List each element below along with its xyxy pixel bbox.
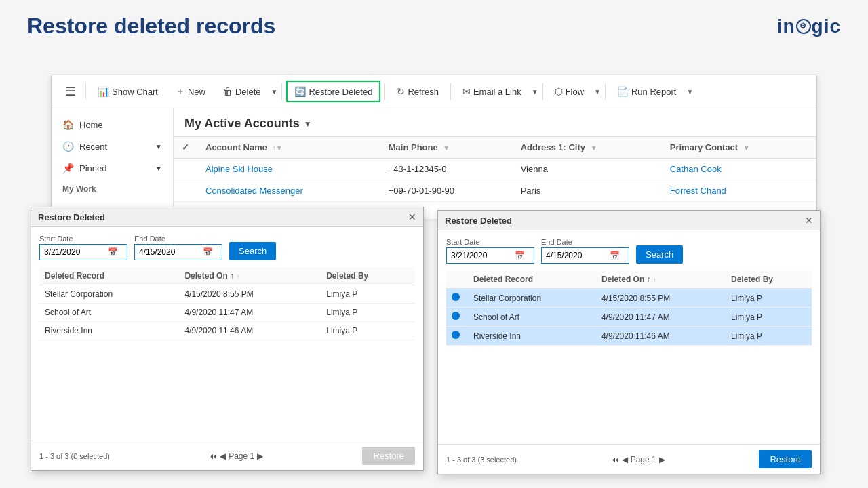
table-row: Consolidated Messenger +09-70-01-90-90 P… bbox=[174, 180, 816, 202]
col-primary-contact: Primary Contact ▼ bbox=[662, 137, 816, 159]
row-checkbox-2[interactable] bbox=[174, 180, 197, 202]
toolbar: ☰ 📊 Show Chart ＋ New 🗑 Delete ▼ 🔄 Restor… bbox=[52, 75, 816, 108]
contact-filter[interactable]: ▼ bbox=[743, 144, 750, 152]
show-chart-button[interactable]: 📊 Show Chart bbox=[90, 81, 165, 102]
pinned-chevron: ▼ bbox=[155, 165, 162, 172]
select-all-checkbox[interactable]: ✓ bbox=[174, 137, 197, 159]
end-date-value-right[interactable] bbox=[546, 251, 607, 260]
end-date-field-left: End Date 📅 bbox=[134, 235, 222, 260]
delete-label: Delete bbox=[235, 87, 261, 97]
run-report-button[interactable]: 📄 Run Report bbox=[610, 81, 684, 102]
restore-button-left[interactable]: Restore bbox=[362, 447, 415, 465]
deleted-header-right: Deleted Record Deleted On ↑ ↑ Deleted By bbox=[446, 270, 812, 289]
home-icon: 🏠 bbox=[62, 119, 74, 130]
hamburger-icon[interactable]: ☰ bbox=[60, 81, 81, 102]
deleted-on-right-2: 4/9/2020 11:47 AM bbox=[596, 308, 726, 327]
page-title: Restore deleted records bbox=[27, 14, 275, 39]
report-icon: 📄 bbox=[617, 86, 629, 97]
deleted-row-right-2[interactable]: School of Art 4/9/2020 11:47 AM Limiya P bbox=[446, 308, 812, 327]
col-main-phone: Main Phone ▼ bbox=[380, 137, 513, 159]
account-link-2[interactable]: Consolidated Messenger bbox=[205, 186, 303, 196]
deleted-row-left-3[interactable]: Riverside Inn 4/9/2020 11:46 AM Limiya P bbox=[39, 322, 415, 340]
refresh-button[interactable]: ↻ Refresh bbox=[389, 81, 446, 102]
page-label-left: Page 1 bbox=[229, 451, 254, 461]
phone-filter[interactable]: ▼ bbox=[443, 144, 450, 152]
search-button-right[interactable]: Search bbox=[636, 245, 683, 264]
sidebar-pinned-label: Pinned bbox=[79, 163, 106, 174]
contact-link-1[interactable]: Cathan Cook bbox=[670, 164, 722, 174]
start-date-label-left: Start Date bbox=[39, 235, 127, 243]
sidebar-item-home[interactable]: 🏠 Home bbox=[52, 114, 173, 136]
restore-button-right[interactable]: Restore bbox=[759, 450, 812, 468]
city-filter[interactable]: ▼ bbox=[591, 144, 597, 152]
list-title-arrow[interactable]: ▼ bbox=[304, 119, 312, 129]
deleted-row-left-2[interactable]: School of Art 4/9/2020 11:47 AM Limiya P bbox=[39, 304, 415, 322]
start-date-value-left[interactable] bbox=[44, 247, 105, 257]
sidebar-section-my-work: My Work bbox=[52, 179, 173, 197]
table-header-row: ✓ Account Name ↑▼ Main Phone ▼ Address 1… bbox=[174, 137, 816, 159]
delete-dropdown-arrow[interactable]: ▼ bbox=[271, 88, 278, 96]
deleted-table-left: Deleted Record Deleted On ↑ ↑ Deleted By… bbox=[39, 267, 415, 340]
report-dropdown-arrow[interactable]: ▼ bbox=[686, 88, 693, 96]
next-page-left[interactable]: ▶ bbox=[257, 451, 263, 461]
account-name-2: Consolidated Messenger bbox=[197, 180, 380, 202]
new-button[interactable]: ＋ New bbox=[168, 81, 213, 102]
row-checkbox-1[interactable] bbox=[174, 159, 197, 180]
delete-button[interactable]: 🗑 Delete bbox=[216, 81, 269, 102]
logo: in ⚙ gic bbox=[777, 16, 841, 37]
start-date-input-right[interactable]: 📅 bbox=[446, 247, 534, 264]
phone-2: +09-70-01-90-90 bbox=[380, 180, 513, 202]
first-page-right[interactable]: ⏮ bbox=[611, 455, 619, 464]
page-header: Restore deleted records in ⚙ gic bbox=[0, 0, 868, 45]
start-date-field-left: Start Date 📅 bbox=[39, 235, 127, 260]
flow-dropdown-arrow[interactable]: ▼ bbox=[594, 88, 601, 96]
main-content: My Active Accounts ▼ ✓ Account Name ↑▼ M… bbox=[174, 108, 816, 219]
deleted-row-right-3[interactable]: Riverside Inn 4/9/2020 11:46 AM Limiya P bbox=[446, 327, 812, 346]
accounts-table: ✓ Account Name ↑▼ Main Phone ▼ Address 1… bbox=[174, 137, 816, 202]
end-cal-icon-right[interactable]: 📅 bbox=[610, 251, 620, 260]
dialog-left-close[interactable]: ✕ bbox=[408, 211, 416, 222]
account-link-1[interactable]: Alpine Ski House bbox=[205, 164, 273, 174]
next-page-right[interactable]: ▶ bbox=[659, 455, 665, 464]
contact-link-2[interactable]: Forrest Chand bbox=[670, 186, 726, 196]
indicator-right-1 bbox=[446, 289, 468, 308]
dialog-left-titlebar: Restore Deleted ✕ bbox=[31, 207, 423, 227]
dialog-right-close[interactable]: ✕ bbox=[805, 215, 813, 226]
sidebar-item-pinned[interactable]: 📌 Pinned ▼ bbox=[52, 157, 173, 179]
start-date-input-left[interactable]: 📅 bbox=[39, 244, 127, 260]
start-cal-icon-left[interactable]: 📅 bbox=[108, 247, 118, 257]
deleted-row-left-1[interactable]: Stellar Corporation 4/15/2020 8:55 PM Li… bbox=[39, 285, 415, 304]
sidebar-item-recent[interactable]: 🕐 Recent ▼ bbox=[52, 136, 173, 157]
dialog-right-body: Start Date 📅 End Date 📅 Search bbox=[438, 230, 820, 352]
email-dropdown-arrow[interactable]: ▼ bbox=[532, 88, 538, 96]
toolbar-separator-2 bbox=[281, 83, 282, 100]
prev-page-left[interactable]: ◀ bbox=[220, 451, 226, 461]
deleted-record-left-2: School of Art bbox=[39, 304, 179, 322]
first-page-left[interactable]: ⏮ bbox=[209, 451, 217, 461]
deleted-on-sort-left[interactable]: ↑ bbox=[236, 273, 239, 280]
refresh-label: Refresh bbox=[408, 87, 439, 97]
account-name-sort[interactable]: ↑▼ bbox=[273, 144, 283, 152]
deleted-row-right-1[interactable]: Stellar Corporation 4/15/2020 8:55 PM Li… bbox=[446, 289, 812, 308]
end-date-input-right[interactable]: 📅 bbox=[541, 247, 629, 264]
end-cal-icon-left[interactable]: 📅 bbox=[203, 247, 213, 257]
prev-page-right[interactable]: ◀ bbox=[622, 455, 628, 464]
end-date-value-left[interactable] bbox=[139, 247, 200, 257]
flow-button[interactable]: ⬡ Flow bbox=[547, 81, 591, 102]
toolbar-separator-1 bbox=[85, 83, 86, 100]
end-date-input-left[interactable]: 📅 bbox=[134, 244, 222, 260]
start-date-value-right[interactable] bbox=[451, 251, 512, 260]
pagination-left: ⏮ ◀ Page 1 ▶ bbox=[209, 451, 263, 461]
restore-deleted-button[interactable]: 🔄 Restore Deleted bbox=[286, 81, 380, 102]
email-link-button[interactable]: ✉ Email a Link bbox=[455, 81, 529, 102]
deleted-by-right-2: Limiya P bbox=[726, 308, 812, 327]
recent-icon: 🕐 bbox=[62, 141, 74, 152]
toolbar-separator-6 bbox=[605, 83, 606, 100]
search-button-left[interactable]: Search bbox=[229, 242, 276, 260]
col-account-name: Account Name ↑▼ bbox=[197, 137, 380, 159]
deleted-by-left-1: Limiya P bbox=[321, 285, 415, 304]
my-work-label: My Work bbox=[62, 184, 96, 194]
start-cal-icon-right[interactable]: 📅 bbox=[515, 251, 525, 260]
dialog-right-titlebar: Restore Deleted ✕ bbox=[438, 211, 820, 230]
deleted-on-sort-right[interactable]: ↑ bbox=[653, 277, 656, 283]
